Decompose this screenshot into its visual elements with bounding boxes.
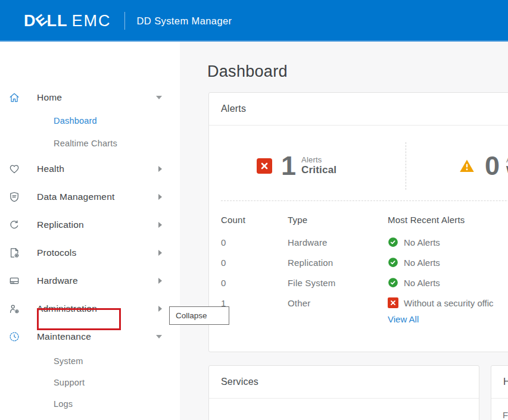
critical-label-bottom: Critical: [301, 164, 336, 176]
critical-x-icon: [388, 297, 398, 308]
column-header-type: Type: [288, 215, 307, 225]
sidebar-item-label: Dashboard: [54, 116, 97, 126]
header-divider: [124, 12, 125, 30]
sidebar-item-health[interactable]: Health: [0, 155, 180, 183]
document-gear-icon: [8, 247, 20, 259]
sidebar-item-label: Health: [37, 164, 64, 174]
alerts-panel: Alerts 1 Alerts Critical 0 Alerts: [208, 92, 508, 352]
status-text: No Alerts: [404, 258, 440, 268]
type-cell: Hardware: [288, 237, 328, 247]
sidebar-item-protocols[interactable]: Protocols: [0, 239, 180, 267]
logo-letters: LL: [47, 12, 68, 30]
sidebar-item-replication[interactable]: Replication: [0, 211, 180, 239]
table-row: 0 Hardware No Alerts: [209, 232, 508, 252]
sidebar-item-label: Realtime Charts: [54, 139, 117, 148]
chevron-right-icon[interactable]: [158, 278, 162, 284]
sidebar-item-home[interactable]: Home: [0, 86, 180, 109]
chevron-right-icon[interactable]: [158, 250, 162, 256]
type-cell: Replication: [288, 258, 333, 268]
main-content: Dashboard Alerts 1 Alerts Critical 0: [180, 42, 508, 420]
sync-icon: [8, 219, 20, 231]
sidebar-item-label: Maintenance: [37, 331, 91, 342]
dellemc-logo: DELL EMC: [24, 12, 111, 30]
count-cell: 0: [221, 258, 226, 268]
collapse-tooltip: Collapse: [169, 306, 229, 325]
right-panel: H F: [491, 365, 508, 420]
shield-icon: [8, 191, 20, 203]
status-text: No Alerts: [404, 278, 440, 288]
app-title: DD System Manager: [137, 15, 232, 27]
chevron-down-icon[interactable]: [156, 96, 162, 99]
status-cell: No Alerts: [388, 237, 440, 247]
sidebar-item-ipmi[interactable]: IPMI: [0, 415, 180, 420]
warning-alerts-summary: 0 Alerts Warning: [458, 152, 508, 179]
table-header-row: Count Type Most Recent Alerts: [209, 209, 508, 230]
column-header-recent: Most Recent Alerts: [388, 215, 465, 225]
page-title: Dashboard: [207, 62, 288, 81]
chevron-right-icon[interactable]: [158, 306, 162, 312]
warning-triangle-icon: [458, 157, 476, 175]
chevron-right-icon[interactable]: [158, 194, 162, 200]
summary-divider: [406, 142, 406, 190]
status-text: Without a security offic: [404, 298, 494, 308]
table-row: 1 Other Without a security offic: [209, 293, 508, 313]
sidebar-item-support[interactable]: Support: [0, 372, 180, 393]
sidebar-item-label: Home: [37, 92, 62, 103]
chevron-down-icon[interactable]: [156, 335, 162, 338]
app-header: DELL EMC DD System Manager: [0, 0, 508, 42]
check-circle-icon: [388, 257, 398, 268]
services-panel-title: Services: [209, 366, 479, 399]
critical-x-icon: [257, 158, 272, 174]
alerts-panel-title: Alerts: [209, 93, 508, 126]
right-panel-partial-text: F: [503, 410, 508, 420]
sidebar-item-system[interactable]: System: [0, 350, 180, 372]
table-row: 0 Replication No Alerts: [209, 252, 508, 272]
sidebar-item-administration[interactable]: Administration: [0, 294, 180, 322]
sidebar-item-realtime-charts[interactable]: Realtime Charts: [0, 132, 180, 155]
check-circle-icon: [388, 237, 398, 247]
count-cell: 0: [221, 278, 226, 288]
sidebar-item-label: Logs: [54, 399, 73, 409]
heart-icon: [8, 163, 20, 175]
collapse-tooltip-label: Collapse: [176, 311, 207, 320]
chevron-right-icon[interactable]: [158, 166, 162, 172]
warning-count: 0: [485, 152, 500, 179]
type-cell: File System: [288, 278, 336, 288]
status-text: No Alerts: [404, 237, 440, 247]
logo-emc: EMC: [72, 12, 111, 30]
critical-alerts-summary: 1 Alerts Critical: [257, 152, 336, 179]
table-row: 0 File System No Alerts: [209, 272, 508, 293]
sidebar-item-label: Replication: [37, 220, 84, 230]
sidebar-item-label: System: [54, 356, 83, 366]
sidebar-item-data-management[interactable]: Data Management: [0, 183, 180, 211]
right-panel-title: H: [491, 366, 508, 399]
sidebar-item-hardware[interactable]: Hardware: [0, 267, 180, 294]
status-cell: No Alerts: [388, 277, 440, 288]
view-all-link[interactable]: View All: [388, 314, 419, 324]
sidebar-item-maintenance[interactable]: Maintenance: [0, 322, 180, 350]
sidebar-item-label: Administration: [37, 303, 97, 314]
critical-label-top: Alerts: [301, 155, 336, 164]
status-cell: Without a security offic: [388, 297, 494, 308]
storage-drive-icon: [8, 275, 20, 287]
sidebar-nav: Home Dashboard Realtime Charts Health: [0, 42, 180, 420]
status-cell: No Alerts: [388, 257, 440, 268]
check-circle-icon: [388, 277, 398, 288]
sidebar-item-label: Data Management: [37, 192, 115, 202]
sidebar-item-dashboard[interactable]: Dashboard: [0, 109, 180, 132]
clock-icon: [8, 331, 20, 343]
sidebar-item-label: Hardware: [37, 275, 78, 286]
user-gear-icon: [8, 303, 20, 315]
services-panel: Services: [208, 365, 479, 420]
sidebar-item-label: Protocols: [37, 247, 76, 258]
chevron-right-icon[interactable]: [158, 222, 162, 228]
column-header-count: Count: [221, 215, 245, 225]
sidebar-item-logs[interactable]: Logs: [0, 393, 180, 415]
count-cell: 0: [221, 237, 226, 247]
sidebar-item-label: Support: [54, 378, 85, 387]
app-window: DELL EMC DD System Manager Home Dashboar…: [0, 0, 508, 420]
type-cell: Other: [288, 298, 311, 308]
critical-count: 1: [281, 152, 296, 179]
home-icon: [8, 92, 20, 104]
summary-table-divider: [221, 200, 508, 201]
